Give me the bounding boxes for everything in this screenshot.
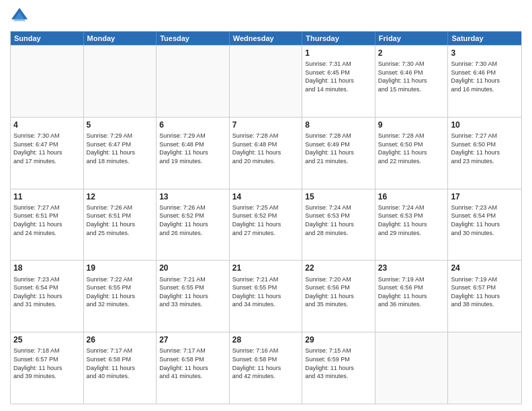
calendar-row-1: 4Sunrise: 7:30 AM Sunset: 6:47 PM Daylig… bbox=[11, 117, 521, 189]
cal-cell-day-4: 4Sunrise: 7:30 AM Sunset: 6:47 PM Daylig… bbox=[11, 118, 84, 189]
calendar-body: 1Sunrise: 7:31 AM Sunset: 6:45 PM Daylig… bbox=[11, 45, 521, 404]
cal-cell-day-1: 1Sunrise: 7:31 AM Sunset: 6:45 PM Daylig… bbox=[302, 46, 375, 117]
calendar-row-0: 1Sunrise: 7:31 AM Sunset: 6:45 PM Daylig… bbox=[11, 45, 521, 117]
cal-cell-day-23: 23Sunrise: 7:19 AM Sunset: 6:56 PM Dayli… bbox=[375, 261, 449, 332]
day-number: 4 bbox=[13, 120, 81, 130]
day-number: 29 bbox=[305, 334, 372, 345]
day-number: 19 bbox=[87, 263, 154, 273]
logo bbox=[10, 7, 32, 26]
day-number: 5 bbox=[87, 120, 154, 130]
cell-info: Sunrise: 7:23 AM Sunset: 6:54 PM Dayligh… bbox=[451, 203, 519, 237]
cell-info: Sunrise: 7:28 AM Sunset: 6:49 PM Dayligh… bbox=[305, 132, 372, 165]
cell-info: Sunrise: 7:17 AM Sunset: 6:58 PM Dayligh… bbox=[159, 347, 226, 380]
cal-cell-day-11: 11Sunrise: 7:27 AM Sunset: 6:51 PM Dayli… bbox=[11, 189, 84, 261]
day-number: 14 bbox=[232, 191, 300, 202]
cell-info: Sunrise: 7:15 AM Sunset: 6:59 PM Dayligh… bbox=[305, 347, 372, 380]
day-number: 15 bbox=[305, 191, 372, 202]
day-number: 16 bbox=[378, 191, 445, 202]
cal-cell-day-16: 16Sunrise: 7:24 AM Sunset: 6:53 PM Dayli… bbox=[375, 189, 449, 261]
cal-cell-day-6: 6Sunrise: 7:29 AM Sunset: 6:48 PM Daylig… bbox=[157, 118, 230, 189]
cell-info: Sunrise: 7:28 AM Sunset: 6:48 PM Dayligh… bbox=[232, 132, 300, 165]
cal-weekday-sunday: Sunday bbox=[11, 32, 84, 45]
cell-info: Sunrise: 7:19 AM Sunset: 6:56 PM Dayligh… bbox=[378, 275, 445, 309]
cal-cell-empty bbox=[157, 46, 230, 117]
cell-info: Sunrise: 7:24 AM Sunset: 6:53 PM Dayligh… bbox=[378, 203, 445, 237]
calendar: SundayMondayTuesdayWednesdayThursdayFrid… bbox=[10, 31, 522, 404]
cell-info: Sunrise: 7:20 AM Sunset: 6:56 PM Dayligh… bbox=[305, 275, 372, 309]
cell-info: Sunrise: 7:26 AM Sunset: 6:51 PM Dayligh… bbox=[87, 203, 154, 237]
cell-info: Sunrise: 7:19 AM Sunset: 6:57 PM Dayligh… bbox=[451, 275, 519, 309]
cell-info: Sunrise: 7:17 AM Sunset: 6:58 PM Dayligh… bbox=[87, 347, 154, 380]
day-number: 21 bbox=[232, 263, 300, 273]
cal-weekday-wednesday: Wednesday bbox=[230, 32, 303, 45]
calendar-row-2: 11Sunrise: 7:27 AM Sunset: 6:51 PM Dayli… bbox=[11, 189, 521, 261]
cell-info: Sunrise: 7:22 AM Sunset: 6:55 PM Dayligh… bbox=[87, 275, 154, 309]
cal-cell-day-15: 15Sunrise: 7:24 AM Sunset: 6:53 PM Dayli… bbox=[302, 189, 375, 261]
cal-cell-empty bbox=[11, 46, 84, 117]
cell-info: Sunrise: 7:30 AM Sunset: 6:47 PM Dayligh… bbox=[13, 132, 81, 165]
cal-cell-day-3: 3Sunrise: 7:30 AM Sunset: 6:46 PM Daylig… bbox=[448, 46, 521, 117]
cal-cell-day-21: 21Sunrise: 7:21 AM Sunset: 6:55 PM Dayli… bbox=[230, 261, 303, 332]
cal-cell-day-9: 9Sunrise: 7:28 AM Sunset: 6:50 PM Daylig… bbox=[375, 118, 449, 189]
cal-cell-empty bbox=[84, 46, 157, 117]
day-number: 28 bbox=[232, 334, 300, 345]
day-number: 27 bbox=[159, 334, 226, 345]
cal-cell-day-18: 18Sunrise: 7:23 AM Sunset: 6:54 PM Dayli… bbox=[11, 261, 84, 332]
cal-cell-day-25: 25Sunrise: 7:18 AM Sunset: 6:57 PM Dayli… bbox=[11, 332, 84, 404]
day-number: 18 bbox=[13, 263, 81, 273]
cal-cell-empty bbox=[230, 46, 303, 117]
day-number: 6 bbox=[159, 120, 226, 130]
day-number: 10 bbox=[451, 120, 519, 130]
cal-weekday-monday: Monday bbox=[84, 32, 157, 45]
cal-cell-day-5: 5Sunrise: 7:29 AM Sunset: 6:47 PM Daylig… bbox=[84, 118, 157, 189]
cal-cell-day-14: 14Sunrise: 7:25 AM Sunset: 6:52 PM Dayli… bbox=[230, 189, 303, 261]
day-number: 22 bbox=[305, 263, 372, 273]
cell-info: Sunrise: 7:30 AM Sunset: 6:46 PM Dayligh… bbox=[378, 60, 445, 93]
cal-cell-day-24: 24Sunrise: 7:19 AM Sunset: 6:57 PM Dayli… bbox=[448, 261, 521, 332]
calendar-row-4: 25Sunrise: 7:18 AM Sunset: 6:57 PM Dayli… bbox=[11, 332, 521, 404]
day-number: 12 bbox=[87, 191, 154, 202]
cell-info: Sunrise: 7:27 AM Sunset: 6:50 PM Dayligh… bbox=[451, 132, 519, 165]
cell-info: Sunrise: 7:27 AM Sunset: 6:51 PM Dayligh… bbox=[13, 203, 81, 237]
cal-cell-day-29: 29Sunrise: 7:15 AM Sunset: 6:59 PM Dayli… bbox=[302, 332, 375, 404]
cell-info: Sunrise: 7:29 AM Sunset: 6:47 PM Dayligh… bbox=[87, 132, 154, 165]
page: SundayMondayTuesdayWednesdayThursdayFrid… bbox=[0, 0, 532, 411]
cal-cell-day-19: 19Sunrise: 7:22 AM Sunset: 6:55 PM Dayli… bbox=[84, 261, 157, 332]
cal-weekday-thursday: Thursday bbox=[302, 32, 375, 45]
day-number: 7 bbox=[232, 120, 300, 130]
cal-cell-day-26: 26Sunrise: 7:17 AM Sunset: 6:58 PM Dayli… bbox=[84, 332, 157, 404]
day-number: 9 bbox=[378, 120, 445, 130]
cell-info: Sunrise: 7:31 AM Sunset: 6:45 PM Dayligh… bbox=[305, 60, 372, 93]
cal-cell-day-20: 20Sunrise: 7:21 AM Sunset: 6:55 PM Dayli… bbox=[157, 261, 230, 332]
cell-info: Sunrise: 7:25 AM Sunset: 6:52 PM Dayligh… bbox=[232, 203, 300, 237]
day-number: 20 bbox=[159, 263, 226, 273]
day-number: 3 bbox=[451, 48, 519, 58]
calendar-row-3: 18Sunrise: 7:23 AM Sunset: 6:54 PM Dayli… bbox=[11, 260, 521, 332]
cal-cell-day-17: 17Sunrise: 7:23 AM Sunset: 6:54 PM Dayli… bbox=[448, 189, 521, 261]
cal-weekday-friday: Friday bbox=[375, 32, 449, 45]
cal-cell-day-8: 8Sunrise: 7:28 AM Sunset: 6:49 PM Daylig… bbox=[302, 118, 375, 189]
cell-info: Sunrise: 7:29 AM Sunset: 6:48 PM Dayligh… bbox=[159, 132, 226, 165]
header bbox=[10, 7, 522, 26]
day-number: 23 bbox=[378, 263, 445, 273]
day-number: 26 bbox=[87, 334, 154, 345]
cell-info: Sunrise: 7:30 AM Sunset: 6:46 PM Dayligh… bbox=[451, 60, 519, 93]
cell-info: Sunrise: 7:28 AM Sunset: 6:50 PM Dayligh… bbox=[378, 132, 445, 165]
day-number: 1 bbox=[305, 48, 372, 58]
cal-cell-empty bbox=[448, 332, 521, 404]
cell-info: Sunrise: 7:23 AM Sunset: 6:54 PM Dayligh… bbox=[13, 275, 81, 309]
day-number: 2 bbox=[378, 48, 445, 58]
cell-info: Sunrise: 7:26 AM Sunset: 6:52 PM Dayligh… bbox=[159, 203, 226, 237]
cell-info: Sunrise: 7:21 AM Sunset: 6:55 PM Dayligh… bbox=[232, 275, 300, 309]
day-number: 13 bbox=[159, 191, 226, 202]
calendar-header-row: SundayMondayTuesdayWednesdayThursdayFrid… bbox=[11, 32, 521, 45]
day-number: 25 bbox=[13, 334, 81, 345]
cell-info: Sunrise: 7:18 AM Sunset: 6:57 PM Dayligh… bbox=[13, 347, 81, 380]
day-number: 17 bbox=[451, 191, 519, 202]
cal-weekday-tuesday: Tuesday bbox=[157, 32, 230, 45]
cell-info: Sunrise: 7:16 AM Sunset: 6:58 PM Dayligh… bbox=[232, 347, 300, 380]
day-number: 24 bbox=[451, 263, 519, 273]
cell-info: Sunrise: 7:21 AM Sunset: 6:55 PM Dayligh… bbox=[159, 275, 226, 309]
cal-cell-day-10: 10Sunrise: 7:27 AM Sunset: 6:50 PM Dayli… bbox=[448, 118, 521, 189]
cal-cell-day-2: 2Sunrise: 7:30 AM Sunset: 6:46 PM Daylig… bbox=[375, 46, 449, 117]
